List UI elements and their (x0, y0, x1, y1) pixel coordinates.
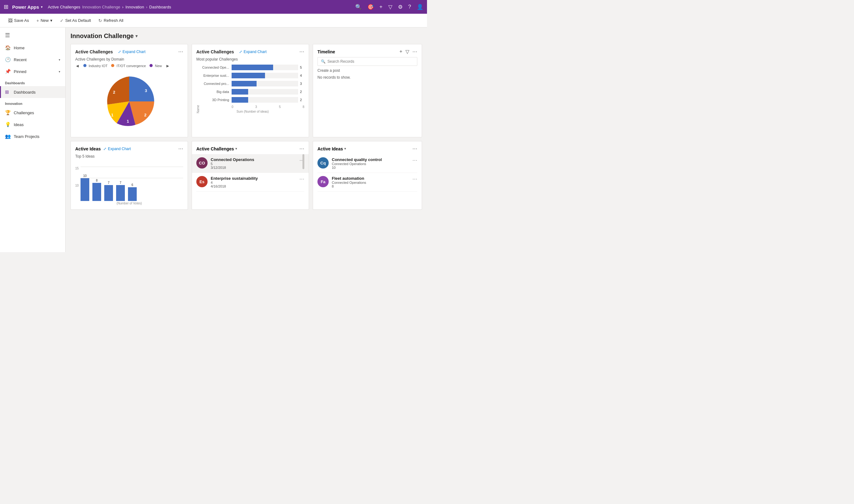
breadcrumb-section[interactable]: › (122, 5, 123, 10)
topbar: ⊞ Power Apps ▾ Active Challenges Innovat… (0, 0, 427, 14)
challenge-sub2-2: 4/16/2018 (211, 184, 296, 188)
timeline-add-icon[interactable]: + (399, 49, 402, 55)
challenges-list-chevron-icon[interactable]: ▾ (235, 147, 237, 151)
hbar-row-1: Connected Ope... 5 (201, 65, 304, 70)
svg-text:3: 3 (145, 88, 147, 93)
expand-ideas-chart-button[interactable]: ⤢ Expand Chart (103, 147, 131, 151)
idea-list-item-1[interactable]: Cq Connected quality control Connected O… (317, 154, 417, 173)
challenges-list-scroll[interactable]: CO Connected Operations 5 3/12/2018 ⋯ Es… (196, 154, 304, 192)
challenges-scrollbar-thumb[interactable] (302, 154, 304, 169)
idea-item-menu-2[interactable]: ⋯ (412, 176, 417, 182)
idea-item-menu-1[interactable]: ⋯ (412, 157, 417, 163)
challenge-list-item-2[interactable]: Es Enterprise sustainability 4 4/16/2018… (196, 173, 304, 192)
legend-label-3: New (155, 64, 162, 68)
timeline-filter-icon[interactable]: ▽ (406, 49, 409, 55)
hbar-fill-3 (232, 81, 256, 87)
active-challenges-list-card: Active Challenges ▾ ⋯ CO Connected Opera… (192, 141, 309, 210)
save-as-button[interactable]: 🖼 Save As (5, 17, 32, 25)
refresh-button[interactable]: ↻ Refresh All (95, 17, 126, 25)
breadcrumb-dashboards[interactable]: Dashboards (149, 5, 171, 10)
sidebar-item-pinned[interactable]: 📌 Pinned ▾ (0, 66, 65, 77)
sidebar-item-home[interactable]: 🏠 Home (0, 42, 65, 54)
sidebar-item-recent[interactable]: 🕐 Recent ▾ (0, 54, 65, 66)
timeline-menu-icon[interactable]: ⋯ (412, 49, 417, 55)
vbar-num-4: 7 (120, 181, 121, 184)
hbar-val-5: 2 (300, 98, 304, 102)
timeline-actions: + ▽ ⋯ (399, 49, 417, 55)
timeline-search[interactable]: 🔍 (317, 57, 417, 66)
search-icon[interactable]: 🔍 (355, 4, 362, 10)
x-axis-label: Sum (Number of ideas) (201, 110, 304, 113)
recent-chevron-icon: ▾ (59, 58, 60, 61)
ideas-chart-menu-icon[interactable]: ⋯ (178, 146, 183, 152)
timeline-search-icon: 🔍 (321, 59, 325, 64)
idea-list-item-2[interactable]: Fa Fleet automation Connected Operations… (317, 173, 417, 192)
add-icon[interactable]: + (379, 4, 383, 10)
set-default-button[interactable]: ✓ Set As Default (57, 17, 94, 25)
idea-sub2-2: 8 (332, 184, 409, 188)
ideas-chart-header: Active Ideas ⤢ Expand Chart ⋯ (75, 146, 183, 152)
ideas-list-scroll: Cq Connected quality control Connected O… (317, 154, 417, 192)
idea-title-2: Fleet automation (332, 176, 409, 181)
new-button[interactable]: + New ▾ (33, 17, 56, 25)
ideas-list-chevron-icon[interactable]: ▾ (344, 147, 346, 151)
app-chevron-icon[interactable]: ▾ (41, 5, 43, 9)
vbar-num-3: 7 (108, 181, 110, 184)
hbar-axis-8: 8 (302, 105, 304, 109)
hbar-row-4: Big data 2 (201, 89, 304, 94)
timeline-search-input[interactable] (327, 59, 414, 64)
challenge-item-menu-2[interactable]: ⋯ (299, 176, 304, 182)
challenge-avatar-2: Es (196, 176, 208, 187)
sidebar-item-ideas[interactable]: 💡 Ideas (0, 119, 65, 130)
hbar-axis: 0 3 5 8 (201, 105, 304, 109)
vbar-col-1: 10 (81, 174, 89, 201)
legend-label-1: Industry IOT (89, 64, 108, 68)
breadcrumb-sep2: › (146, 5, 147, 10)
pie-prev-icon[interactable]: ◄ (75, 64, 79, 68)
sidebar-pinned-label: Pinned (14, 69, 26, 74)
sidebar-item-dashboards[interactable]: ⊞ Dashboards (0, 86, 65, 98)
sidebar-item-challenges[interactable]: 🏆 Challenges (0, 107, 65, 119)
ideas-list-menu-icon[interactable]: ⋯ (412, 146, 417, 152)
sidebar-item-team-projects[interactable]: 👥 Team Projects (0, 130, 65, 142)
expand-ideas-label: Expand Chart (108, 147, 131, 151)
dashboard-dropdown-icon[interactable]: ▾ (136, 34, 138, 38)
hbar-val-2: 4 (300, 74, 304, 77)
expand-bar-label: Expand Chart (244, 50, 267, 54)
help-icon[interactable]: ? (408, 4, 411, 10)
active-challenges-pie-card: Active Challenges ⤢ Expand Chart ⋯ Activ… (71, 44, 188, 137)
settings-icon[interactable]: ⚙ (398, 4, 403, 10)
breadcrumb-app[interactable]: Active Challenges (48, 5, 80, 10)
hbar-fill-5 (232, 97, 248, 103)
set-default-label: Set As Default (65, 18, 91, 23)
legend-dot-2 (111, 64, 114, 67)
dashboard-grid-top: Active Challenges ⤢ Expand Chart ⋯ Activ… (71, 44, 422, 137)
timeline-create-post[interactable]: Create a post (317, 68, 417, 73)
challenge-sub2-1: 3/12/2018 (211, 166, 296, 169)
new-chevron-icon[interactable]: ▾ (50, 18, 52, 23)
hbar-axis-0: 0 (232, 105, 233, 109)
challenge-list-item-1[interactable]: CO Connected Operations 5 3/12/2018 ⋯ (192, 154, 309, 173)
pie-card-menu-icon[interactable]: ⋯ (178, 49, 183, 55)
vbar-bar-1 (81, 178, 89, 201)
vbar-y-10: 10 (75, 184, 79, 187)
target-icon[interactable]: 🎯 (367, 4, 374, 10)
hbar-track-2 (232, 73, 298, 78)
pie-next-icon[interactable]: ► (166, 64, 170, 68)
bar-card-menu-icon[interactable]: ⋯ (299, 49, 304, 55)
breadcrumb-innovation[interactable]: Innovation (125, 5, 144, 10)
filter-icon[interactable]: ▽ (388, 4, 392, 10)
hbar-row-2: Enterprise sust... 4 (201, 73, 304, 78)
waffle-icon[interactable]: ⊞ (4, 3, 8, 10)
y-axis-label: Name (196, 65, 200, 113)
home-icon: 🏠 (5, 45, 11, 51)
hamburger-icon[interactable]: ☰ (0, 29, 65, 42)
idea-title-1: Connected quality control (332, 157, 409, 162)
user-icon[interactable]: 👤 (417, 4, 423, 10)
expand-chart-pie-button[interactable]: ⤢ Expand Chart (118, 50, 145, 54)
vbar-y-axis: 15 10 (75, 167, 79, 201)
challenges-list-menu-icon[interactable]: ⋯ (299, 146, 304, 152)
vbar-y-axis-label: (Number of Votes) (75, 202, 183, 205)
expand-chart-bar-button[interactable]: ⤢ Expand Chart (239, 50, 267, 54)
hbar-chart-area: Name Connected Ope... 5 Enterprise sust.… (196, 65, 304, 113)
